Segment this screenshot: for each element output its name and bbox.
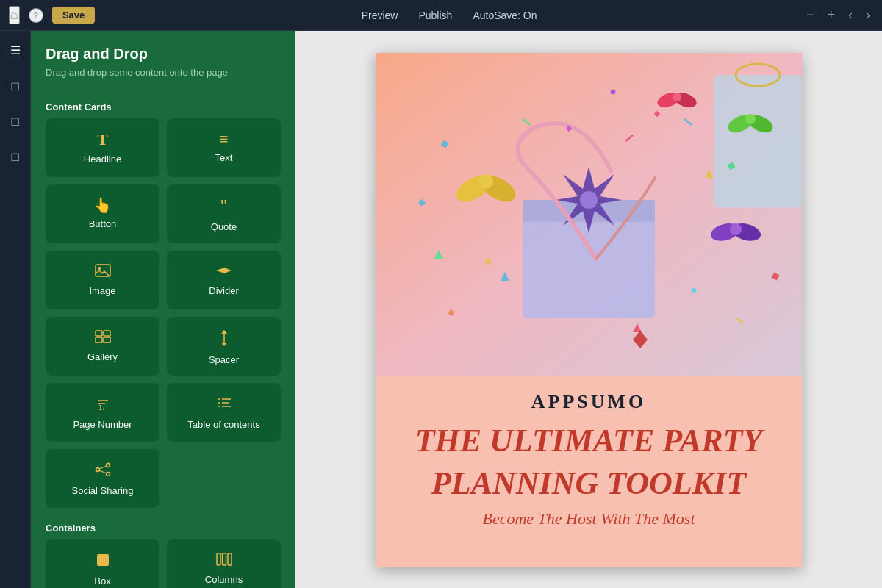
sidebar-subtitle: Drag and drop some content onto the page	[46, 67, 281, 78]
topbar: ⌂ ? Save Preview Publish AutoSave: On − …	[0, 0, 882, 31]
svg-point-39	[478, 174, 493, 189]
card-text[interactable]: ≡ Text	[167, 118, 281, 177]
svg-rect-6	[104, 331, 110, 336]
card-social-sharing[interactable]: Social Sharing	[46, 449, 159, 508]
columns-icon	[216, 553, 232, 568]
help-button[interactable]: ?	[29, 8, 43, 23]
svg-marker-4	[217, 268, 224, 273]
preview-text-area: APPSUMO THE ULTIMATE PARTY PLANNING TOOL…	[376, 376, 802, 551]
next-page-button[interactable]: ›	[863, 4, 873, 26]
quote-icon: "	[220, 198, 227, 215]
save-button[interactable]: Save	[52, 7, 95, 24]
svg-point-34	[580, 191, 598, 209]
card-gallery[interactable]: Gallery	[46, 317, 159, 376]
text-label: Text	[215, 152, 233, 163]
sidebar-panel: Drag and Drop Drag and drop some content…	[31, 31, 295, 588]
svg-marker-10	[221, 330, 227, 334]
strip-bookmark-icon[interactable]: ◻	[5, 75, 26, 96]
svg-marker-11	[221, 343, 227, 346]
svg-marker-3	[224, 268, 232, 273]
svg-rect-7	[96, 337, 102, 343]
svg-point-1	[98, 267, 101, 270]
topbar-center: Preview Publish AutoSave: On	[107, 10, 792, 21]
prev-page-button[interactable]: ‹	[845, 4, 856, 26]
table-of-contents-label: Table of contents	[187, 419, 259, 430]
image-icon	[95, 264, 111, 279]
quote-label: Quote	[211, 221, 237, 232]
svg-point-48	[730, 223, 742, 235]
table-of-contents-icon	[216, 396, 232, 413]
page-number-label: Page Number	[73, 419, 132, 430]
strip-list-icon[interactable]: ☰	[5, 40, 26, 60]
button-icon: 👆	[93, 198, 112, 212]
content-cards-label: Content Cards	[31, 94, 295, 118]
divider-label: Divider	[209, 285, 238, 296]
box-icon	[96, 553, 110, 570]
brand-name: APPSUMO	[398, 391, 780, 413]
svg-point-23	[106, 473, 110, 476]
content-area: APPSUMO THE ULTIMATE PARTY PLANNING TOOL…	[295, 31, 882, 588]
icon-strip: ☰ ◻ ◻ ◻	[0, 31, 31, 588]
page-preview: APPSUMO THE ULTIMATE PARTY PLANNING TOOL…	[376, 53, 802, 567]
text-icon: ≡	[220, 132, 229, 146]
card-headline[interactable]: T Headline	[46, 118, 159, 177]
topbar-right: − + ‹ ›	[803, 4, 873, 26]
zoom-out-button[interactable]: −	[803, 4, 817, 26]
publish-link[interactable]: Publish	[418, 10, 452, 21]
content-cards-grid: T Headline ≡ Text 👆 Button " Quote	[31, 118, 295, 508]
svg-rect-8	[104, 337, 110, 343]
autosave-status: AutoSave: On	[473, 10, 537, 21]
card-divider[interactable]: Divider	[167, 251, 281, 309]
card-button[interactable]: 👆 Button	[46, 184, 159, 243]
main-heading-line1: THE ULTIMATE PARTY	[398, 423, 780, 459]
spacer-icon	[219, 330, 229, 348]
svg-rect-27	[217, 553, 220, 565]
page-number-icon: 1↓	[95, 396, 111, 413]
main-heading-line2: PLANNING TOOLKIT	[398, 466, 780, 501]
card-quote[interactable]: " Quote	[167, 184, 281, 243]
home-button[interactable]: ⌂	[9, 6, 20, 24]
headline-label: Headline	[84, 154, 121, 165]
svg-rect-26	[97, 554, 109, 566]
divider-icon	[216, 264, 232, 279]
zoom-in-button[interactable]: +	[824, 4, 838, 26]
strip-book-icon[interactable]: ◻	[5, 146, 26, 166]
social-sharing-label: Social Sharing	[72, 485, 134, 496]
sub-heading: Become The Host With The Most	[398, 509, 780, 528]
gallery-icon	[95, 330, 111, 345]
svg-rect-28	[222, 553, 226, 565]
strip-page-icon[interactable]: ◻	[5, 110, 26, 131]
topbar-left: ⌂ ? Save	[9, 6, 95, 24]
card-columns[interactable]: Columns	[167, 539, 281, 588]
svg-text:1↓: 1↓	[98, 405, 106, 411]
svg-rect-29	[228, 553, 232, 565]
card-page-number[interactable]: 1↓ Page Number	[46, 383, 159, 442]
main-layout: ☰ ◻ ◻ ◻ Drag and Drop Drag and drop some…	[0, 31, 882, 588]
svg-point-21	[106, 464, 110, 467]
preview-image	[376, 53, 802, 376]
spacer-label: Spacer	[209, 354, 239, 365]
card-table-of-contents[interactable]: Table of contents	[167, 383, 281, 442]
svg-point-45	[673, 93, 681, 101]
social-sharing-icon	[95, 462, 111, 479]
svg-line-25	[99, 470, 106, 473]
preview-link[interactable]: Preview	[362, 10, 398, 21]
svg-rect-35	[714, 75, 802, 207]
sidebar-header: Drag and Drop Drag and drop some content…	[31, 31, 295, 94]
svg-rect-5	[96, 331, 102, 336]
card-spacer[interactable]: Spacer	[167, 317, 281, 376]
columns-label: Columns	[205, 574, 243, 585]
svg-point-42	[745, 114, 756, 124]
containers-label: Containers	[31, 515, 295, 539]
card-image[interactable]: Image	[46, 251, 159, 309]
card-box[interactable]: Box	[46, 539, 159, 588]
svg-line-24	[99, 466, 106, 469]
headline-icon: T	[97, 132, 108, 148]
sidebar-title: Drag and Drop	[46, 46, 281, 62]
svg-point-22	[96, 468, 99, 472]
button-label: Button	[89, 218, 117, 229]
gallery-label: Gallery	[87, 351, 118, 362]
image-label: Image	[89, 285, 115, 296]
containers-grid: Box Columns	[31, 539, 295, 588]
box-label: Box	[94, 576, 110, 587]
